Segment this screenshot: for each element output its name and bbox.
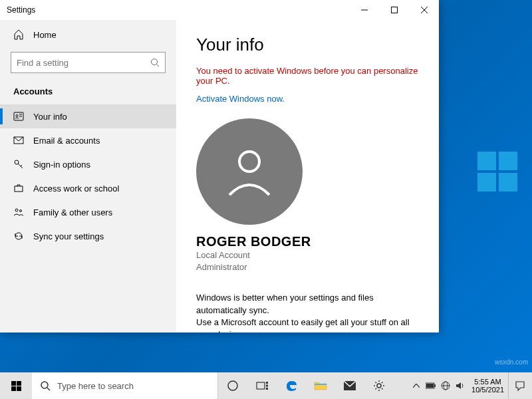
tray-battery[interactable]: [424, 372, 438, 399]
user-avatar: [196, 118, 303, 225]
svg-point-4: [152, 59, 158, 65]
speaker-icon: [456, 381, 465, 390]
desktop: Settings Home: [0, 0, 532, 399]
key-icon: [13, 159, 24, 170]
nav-your-info[interactable]: Your info: [0, 104, 176, 128]
tray-network[interactable]: [438, 372, 453, 399]
svg-point-17: [239, 152, 259, 172]
task-view-button[interactable]: [247, 372, 277, 399]
svg-point-27: [377, 384, 381, 388]
svg-rect-25: [315, 384, 327, 385]
svg-point-16: [20, 210, 22, 212]
user-name: ROGER BODGER: [196, 234, 419, 249]
svg-point-7: [16, 115, 18, 117]
sync-icon: [13, 231, 24, 241]
start-button[interactable]: [0, 372, 32, 399]
briefcase-icon: [13, 183, 24, 194]
search-icon: [40, 380, 51, 391]
taskbar-search[interactable]: Type here to search: [32, 372, 218, 399]
page-title: Your info: [196, 35, 419, 55]
nav-label: Email & accounts: [33, 136, 100, 146]
nav-family-users[interactable]: Family & other users: [0, 200, 176, 224]
nav-label: Sync your settings: [33, 231, 104, 241]
search-input[interactable]: [17, 58, 150, 68]
mail-button[interactable]: [335, 372, 364, 399]
people-icon: [13, 207, 24, 217]
edge-button[interactable]: [277, 372, 306, 399]
mail-icon: [343, 380, 356, 391]
nav-email-accounts[interactable]: Email & accounts: [0, 128, 176, 152]
svg-rect-22: [266, 382, 268, 384]
settings-sidebar: Home Accounts Your info: [0, 20, 176, 332]
svg-rect-1: [391, 7, 397, 13]
window-titlebar[interactable]: Settings: [0, 0, 439, 20]
sync-text-1: Windows is better when your settings and…: [196, 292, 419, 316]
svg-rect-30: [426, 384, 434, 388]
svg-rect-24: [266, 388, 268, 390]
chevron-up-icon: [413, 384, 420, 388]
minimize-button[interactable]: [349, 0, 379, 20]
svg-line-12: [18, 164, 23, 168]
search-box[interactable]: [11, 52, 166, 73]
action-center-button[interactable]: [508, 372, 531, 399]
user-role: Administrator: [196, 261, 419, 273]
home-button[interactable]: Home: [0, 24, 176, 45]
watermark: wsxdn.com: [495, 358, 528, 366]
nav-label: Access work or school: [33, 184, 119, 194]
svg-line-19: [47, 388, 50, 390]
svg-line-13: [21, 165, 22, 166]
cortana-button[interactable]: [218, 372, 247, 399]
battery-icon: [426, 382, 436, 389]
svg-line-5: [157, 65, 160, 67]
close-button[interactable]: [409, 0, 439, 20]
windows-logo-background: [476, 150, 519, 193]
edge-icon: [285, 379, 298, 392]
windows-icon: [11, 381, 21, 391]
sync-text-2: Use a Microsoft account to easily get al…: [196, 317, 419, 332]
content-pane: Your info You need to activate Windows b…: [176, 20, 439, 332]
svg-rect-21: [257, 382, 265, 389]
system-tray: 5:55 AM 10/5/2021: [409, 372, 532, 399]
clock-date: 10/5/2021: [471, 386, 504, 394]
home-icon: [13, 29, 24, 40]
settings-window: Settings Home: [0, 0, 439, 332]
person-badge-icon: [13, 111, 24, 122]
file-explorer-button[interactable]: [306, 372, 335, 399]
window-title: Settings: [7, 5, 35, 15]
taskbar-clock[interactable]: 5:55 AM 10/5/2021: [467, 378, 508, 394]
settings-taskbar-button[interactable]: [364, 372, 394, 399]
activation-warning: You need to activate Windows before you …: [196, 66, 419, 86]
activate-link[interactable]: Activate Windows now.: [196, 94, 419, 104]
cortana-icon: [227, 380, 239, 392]
nav-label: Your info: [33, 112, 67, 122]
task-view-icon: [255, 380, 269, 391]
svg-point-18: [41, 382, 48, 388]
tray-chevron-up[interactable]: [409, 372, 424, 399]
nav-access-work-school[interactable]: Access work or school: [0, 176, 176, 200]
folder-icon: [314, 380, 327, 391]
clock-time: 5:55 AM: [471, 378, 504, 386]
nav-list: Your info Email & accounts Sign-in optio…: [0, 104, 176, 248]
svg-point-15: [15, 209, 18, 211]
taskbar: Type here to search: [0, 372, 532, 399]
person-icon: [219, 142, 279, 201]
nav-label: Sign-in options: [33, 160, 90, 170]
home-label: Home: [33, 30, 57, 40]
maximize-button[interactable]: [379, 0, 409, 20]
mail-icon: [13, 135, 24, 146]
search-icon: [150, 58, 160, 67]
tray-volume[interactable]: [453, 372, 467, 399]
nav-label: Family & other users: [33, 207, 112, 217]
svg-point-20: [228, 381, 237, 390]
gear-icon: [373, 380, 385, 392]
search-placeholder: Type here to search: [57, 381, 134, 391]
notification-icon: [515, 380, 525, 391]
nav-signin-options[interactable]: Sign-in options: [0, 152, 176, 176]
category-heading: Accounts: [0, 80, 176, 100]
globe-icon: [441, 381, 450, 390]
svg-rect-14: [15, 186, 23, 192]
user-account-type: Local Account: [196, 249, 419, 261]
svg-rect-29: [434, 384, 436, 387]
svg-rect-23: [266, 385, 268, 387]
nav-sync-settings[interactable]: Sync your settings: [0, 224, 176, 248]
